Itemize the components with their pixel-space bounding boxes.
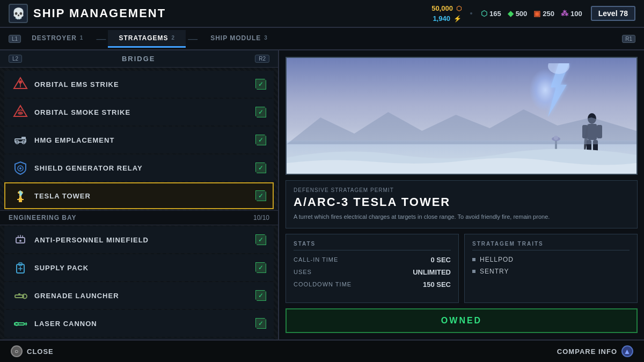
close-label: CLOSE bbox=[27, 348, 54, 356]
tab-stratagems-num: 2 bbox=[172, 35, 175, 41]
owned-check-5: ✓ bbox=[255, 234, 266, 245]
mountains bbox=[287, 101, 636, 144]
svg-point-34 bbox=[548, 63, 569, 74]
skull-icon: 💀 bbox=[9, 4, 28, 23]
bottom-bar: ○ CLOSE COMPARE INFO ▲ bbox=[0, 339, 644, 362]
traits-label: STRATAGEM TRAITS bbox=[472, 241, 630, 250]
btn-r2[interactable]: R2 bbox=[255, 55, 269, 63]
uses-value: UNLIMITED bbox=[413, 268, 451, 276]
uses-label: USES bbox=[294, 269, 312, 275]
tab-ship-module-num: 3 bbox=[264, 35, 268, 41]
owned-check-6: ✓ bbox=[255, 262, 266, 273]
list-item[interactable]: ORBITAL SMOKE STRIKE ✓ bbox=[4, 99, 274, 125]
owned-check-1: ✓ bbox=[255, 107, 266, 117]
list-item[interactable]: LASER CANNON ✓ bbox=[4, 310, 274, 337]
item-description: A turret which fires electrical charges … bbox=[294, 212, 630, 221]
permit-label: DEFENSIVE STRATAGEM PERMIT bbox=[294, 187, 630, 193]
bridge-label: BRIDGE bbox=[122, 55, 156, 63]
list-item[interactable]: GRENADE LAUNCHER ✓ bbox=[4, 282, 274, 309]
bridge-stratagem-list: ORBITAL EMS STRIKE ✓ ORBITAL SMOKE STRIK… bbox=[0, 68, 278, 339]
science-icon: ▣ bbox=[533, 9, 540, 18]
tab-destroyer-label: DESTROYER bbox=[32, 34, 77, 42]
bridge-section-header: L2 BRIDGE R2 bbox=[0, 50, 278, 68]
cooldown-value: 150 SEC bbox=[423, 280, 451, 289]
bio-value: 500 bbox=[516, 10, 528, 18]
traits-panel: STRATAGEM TRAITS HELLPOD SENTRY bbox=[464, 234, 638, 304]
trait-bullet-1 bbox=[472, 270, 475, 273]
shield-gen-name: SHIELD GENERATOR RELAY bbox=[34, 164, 255, 172]
owned-check-3: ✓ bbox=[255, 162, 266, 173]
orbital-ems-icon bbox=[12, 76, 29, 93]
tesla-tower-name: TESLA TOWER bbox=[34, 192, 255, 200]
tab-stratagems-label: STRATAGEMS bbox=[119, 34, 168, 42]
supply-pack-icon bbox=[12, 259, 29, 276]
nav-divider-1: — bbox=[94, 33, 108, 45]
shield-gen-icon bbox=[12, 159, 29, 176]
stats-row: STATS CALL-IN TIME 0 SEC USES UNLIMITED … bbox=[286, 234, 638, 304]
owned-check-2: ✓ bbox=[255, 135, 266, 145]
owned-button[interactable]: OWNED bbox=[286, 308, 638, 333]
trait-hellpod: HELLPOD bbox=[472, 256, 630, 263]
svg-rect-26 bbox=[18, 293, 20, 295]
tab-ship-module-label: SHIP MODULE bbox=[210, 34, 261, 42]
svg-rect-27 bbox=[14, 323, 24, 325]
stats-panel: STATS CALL-IN TIME 0 SEC USES UNLIMITED … bbox=[286, 234, 459, 304]
btn-r1[interactable]: R1 bbox=[622, 35, 635, 43]
list-item[interactable]: SUPPLY PACK ✓ bbox=[4, 254, 274, 281]
compare-info-button[interactable]: COMPARE INFO ▲ bbox=[557, 345, 633, 357]
nav-tabs: L1 DESTROYER 1 — STRATAGEMS 2 — SHIP MOD… bbox=[0, 28, 644, 50]
dark-icon: ⁂ bbox=[561, 9, 568, 18]
svg-rect-6 bbox=[21, 137, 26, 139]
grenade-launcher-icon bbox=[12, 287, 29, 304]
science-value: 250 bbox=[543, 10, 554, 18]
credits-value: 50,000 bbox=[431, 4, 453, 12]
btn-l1[interactable]: L1 bbox=[9, 35, 21, 43]
minefield-name: ANTI-PERSONNEL MINEFIELD bbox=[34, 236, 255, 244]
item-info: DEFENSIVE STRATAGEM PERMIT A/ARC-3 TESLA… bbox=[286, 180, 638, 228]
main-content: L2 BRIDGE R2 ORBITAL EMS STRIKE bbox=[0, 50, 644, 339]
tab-ship-module[interactable]: SHIP MODULE 3 bbox=[200, 30, 279, 48]
hmg-name: HMG EMPLACEMENT bbox=[34, 136, 255, 144]
chem-value: 165 bbox=[489, 10, 501, 18]
close-icon: ○ bbox=[11, 345, 23, 357]
list-item[interactable]: INCENDIARY MINES ✓ bbox=[4, 338, 274, 339]
stat-uses: USES UNLIMITED bbox=[294, 268, 451, 276]
preview-image bbox=[286, 57, 638, 175]
item-title: A/ARC-3 TESLA TOWER bbox=[294, 195, 630, 209]
stats-label: STATS bbox=[294, 241, 451, 250]
list-item[interactable]: ORBITAL EMS STRIKE ✓ bbox=[4, 71, 274, 98]
stat-cooldown: COOLDOWN TIME 150 SEC bbox=[294, 280, 451, 289]
compare-label: COMPARE INFO bbox=[557, 348, 617, 356]
right-panel: DEFENSIVE STRATAGEM PERMIT A/ARC-3 TESLA… bbox=[279, 50, 644, 339]
tab-destroyer[interactable]: DESTROYER 1 bbox=[21, 30, 94, 48]
owned-check-0: ✓ bbox=[255, 79, 266, 90]
engineering-bay-header: ENGINEERING BAY 10/10 bbox=[0, 210, 278, 225]
top-bar: 💀 SHIP MANAGEMENT 50,000 ⬡ 1,940 ⚡ ⬡ 165… bbox=[0, 0, 644, 28]
list-item[interactable]: ANTI-PERSONNEL MINEFIELD ✓ bbox=[4, 226, 274, 253]
svg-point-1 bbox=[19, 80, 22, 84]
list-item[interactable]: SHIELD GENERATOR RELAY ✓ bbox=[4, 154, 274, 181]
owned-check-4: ✓ bbox=[255, 190, 266, 201]
cooldown-label: COOLDOWN TIME bbox=[294, 281, 352, 287]
laser-cannon-name: LASER CANNON bbox=[34, 320, 255, 328]
list-item[interactable]: HMG EMPLACEMENT ✓ bbox=[4, 127, 274, 153]
compare-icon: ▲ bbox=[621, 345, 633, 357]
close-button[interactable]: ○ CLOSE bbox=[11, 345, 54, 357]
resources-display: 50,000 ⬡ 1,940 ⚡ ⬡ 165 ◆ 500 ▣ 250 bbox=[431, 4, 582, 23]
orbital-smoke-icon bbox=[12, 104, 29, 121]
btn-l2[interactable]: L2 bbox=[9, 55, 22, 63]
level-badge: Level 78 bbox=[591, 6, 635, 21]
tab-stratagems[interactable]: STRATAGEMS 2 bbox=[108, 30, 186, 48]
svg-rect-12 bbox=[17, 199, 24, 200]
credits-icon: ⬡ bbox=[456, 5, 462, 12]
engineering-bay-count: 10/10 bbox=[253, 214, 269, 221]
engineering-bay-label: ENGINEERING BAY bbox=[9, 214, 77, 221]
laser-cannon-icon bbox=[12, 315, 29, 332]
svg-point-4 bbox=[18, 112, 23, 115]
list-item-tesla[interactable]: TESLA TOWER ✓ bbox=[4, 182, 274, 209]
svg-point-10 bbox=[19, 167, 21, 169]
call-in-value: 0 SEC bbox=[430, 256, 451, 264]
orbital-smoke-name: ORBITAL SMOKE STRIKE bbox=[34, 108, 255, 116]
hmg-icon bbox=[12, 131, 29, 149]
minefield-icon bbox=[12, 231, 29, 248]
